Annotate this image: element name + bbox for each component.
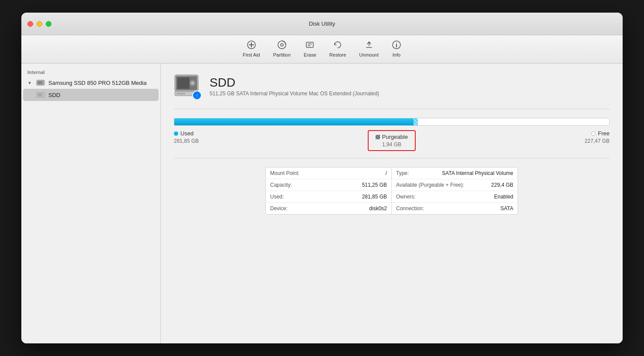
erase-icon (305, 40, 315, 51)
svg-rect-3 (306, 42, 313, 47)
disk-name: SDD (210, 76, 379, 90)
bar-purgeable (414, 118, 418, 125)
info-col-left: Mount Point: / Capacity: 511,25 GB Used:… (266, 168, 392, 214)
device-value: disk0s2 (369, 205, 387, 212)
partition-button[interactable]: Partition (267, 38, 297, 60)
info-row-type: Type: SATA Internal Physical Volume (392, 168, 518, 179)
toolbar: First Aid Partition Erase (21, 35, 623, 64)
svg-rect-18 (176, 93, 185, 94)
chevron-down-icon: ▼ (27, 81, 33, 85)
partition-icon (277, 40, 287, 51)
disk-subtitle: 511,25 GB SATA Internal Physical Volume … (210, 91, 379, 97)
hard-disk-icon (36, 78, 45, 87)
erase-label: Erase (304, 52, 316, 57)
legend-free-value: 227,47 GB (585, 138, 610, 144)
sidebar-disk-label: Samsung SSD 850 PRO 512GB Media (48, 80, 146, 86)
svg-point-16 (191, 82, 194, 84)
legend-used-dot-row: Used (174, 130, 193, 137)
restore-button[interactable]: Restore (323, 38, 353, 60)
first-aid-label: First Aid (243, 52, 260, 57)
legend-used-value: 281,85 GB (174, 138, 199, 144)
main-area: Internal ▼ Samsung SSD 850 PRO 512GB Med… (21, 64, 623, 343)
free-dot-icon (591, 131, 596, 136)
info-row-owners: Owners: Enabled (392, 191, 518, 203)
titlebar: Disk Utility (21, 13, 623, 35)
storage-legend: Used 281,85 GB Purgeable 1,94 GB (174, 130, 610, 151)
bar-free (418, 118, 609, 125)
available-label: Available (Purgeable + Free): (396, 182, 464, 188)
info-button[interactable]: Info (386, 38, 407, 60)
svg-point-8 (42, 82, 44, 84)
maximize-button[interactable] (46, 21, 51, 27)
info-row-capacity: Capacity: 511,25 GB (266, 179, 391, 191)
first-aid-button[interactable]: First Aid (237, 38, 266, 60)
svg-point-2 (281, 44, 283, 46)
device-label: Device: (270, 205, 288, 212)
disk-image-container: ↑ (174, 72, 202, 100)
separator-1 (174, 109, 610, 109)
close-button[interactable] (27, 21, 33, 27)
unmount-button[interactable]: Unmount (353, 38, 385, 60)
main-window: Disk Utility First Aid Partition (21, 13, 623, 343)
volume-icon (36, 91, 45, 99)
mount-point-value: / (386, 170, 387, 176)
sidebar-item-disk[interactable]: ▼ Samsung SSD 850 PRO 512GB Media (21, 77, 160, 89)
window-title: Disk Utility (309, 20, 336, 27)
available-value: 229,4 GB (491, 182, 513, 188)
legend-purgeable-value: 1,94 GB (382, 141, 401, 148)
separator-2 (174, 158, 610, 158)
legend-free: Free 227,47 GB (585, 130, 610, 151)
partition-label: Partition (273, 52, 291, 57)
info-row-mount-point: Mount Point: / (266, 168, 391, 179)
restore-icon (333, 40, 342, 51)
svg-point-5 (396, 43, 397, 44)
capacity-label: Capacity: (270, 182, 292, 188)
first-aid-icon (247, 40, 256, 51)
legend-purgeable-dot-row: Purgeable (376, 134, 408, 140)
type-label: Type: (396, 170, 409, 176)
purgeable-highlight-box: Purgeable 1,94 GB (368, 130, 416, 151)
content-area: ↑ SDD 511,25 GB SATA Internal Physical V… (161, 64, 623, 343)
capacity-value: 511,25 GB (362, 182, 387, 188)
storage-bar (174, 118, 610, 126)
sidebar-section-internal: Internal (21, 68, 160, 77)
purgeable-dot-icon (376, 135, 380, 139)
legend-free-label: Free (598, 130, 610, 137)
info-col-right: Type: SATA Internal Physical Volume Avai… (392, 168, 518, 214)
info-row-available: Available (Purgeable + Free): 229,4 GB (392, 179, 518, 191)
svg-rect-14 (177, 77, 190, 89)
storage-bar-container: Used 281,85 GB Purgeable 1,94 GB (174, 118, 610, 151)
owners-value: Enabled (494, 194, 513, 200)
minimize-button[interactable] (37, 21, 42, 27)
info-row-used: Used: 281,85 GB (266, 191, 391, 203)
disk-badge: ↑ (192, 91, 202, 100)
erase-button[interactable]: Erase (298, 38, 322, 60)
mount-point-label: Mount Point: (270, 170, 299, 176)
connection-label: Connection: (396, 205, 424, 212)
svg-point-11 (42, 94, 44, 96)
disk-header: ↑ SDD 511,25 GB SATA Internal Physical V… (174, 72, 610, 100)
legend-used: Used 281,85 GB (174, 130, 199, 151)
info-grid: Mount Point: / Capacity: 511,25 GB Used:… (265, 167, 518, 215)
legend-used-label: Used (180, 130, 193, 137)
type-value: SATA Internal Physical Volume (442, 170, 513, 176)
bar-used (174, 118, 414, 125)
restore-label: Restore (329, 52, 346, 57)
unmount-icon (364, 40, 374, 51)
traffic-lights (27, 21, 51, 27)
used-dot-icon (174, 131, 178, 136)
sidebar-volume-label: SDD (48, 92, 60, 98)
unmount-label: Unmount (359, 52, 379, 57)
connection-value: SATA (500, 205, 513, 212)
sidebar: Internal ▼ Samsung SSD 850 PRO 512GB Med… (21, 64, 161, 343)
legend-purgeable: Purgeable 1,94 GB (368, 130, 416, 151)
owners-label: Owners: (396, 194, 416, 200)
info-row-connection: Connection: SATA (392, 203, 518, 214)
legend-free-dot-row: Free (591, 130, 610, 137)
used-label: Used: (270, 194, 284, 200)
info-label: Info (393, 52, 400, 57)
info-row-device: Device: disk0s2 (266, 203, 391, 214)
sidebar-item-volume[interactable]: SDD (23, 89, 159, 101)
info-icon (392, 40, 401, 51)
used-value: 281,85 GB (362, 194, 387, 200)
